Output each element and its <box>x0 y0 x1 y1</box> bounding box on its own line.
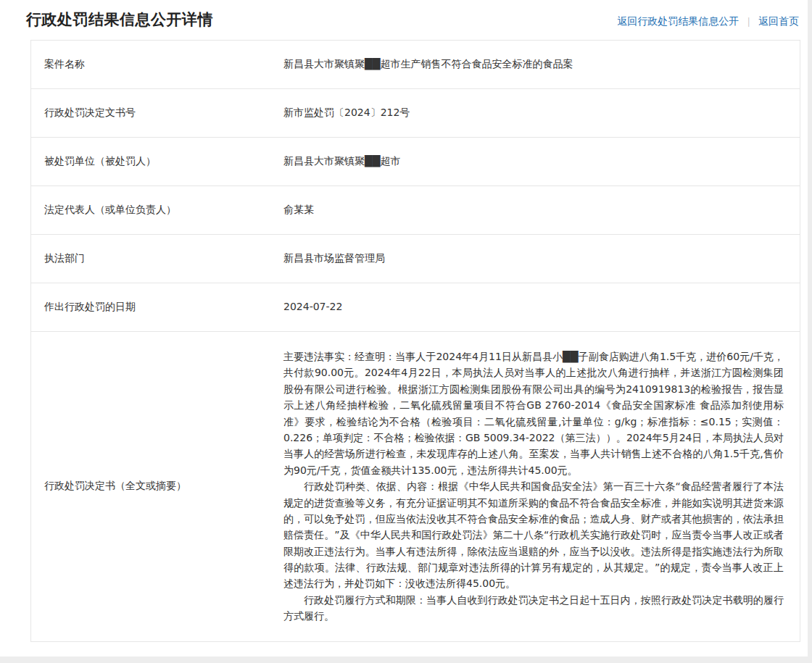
row-value: 新市监处罚〔2024〕212号 <box>283 89 800 137</box>
link-separator: ｜ <box>744 16 753 27</box>
table-row-enforcement-department: 执法部门 新昌县市场监督管理局 <box>31 235 800 283</box>
row-value: 新昌县大市聚镇聚██超市生产销售不符合食品安全标准的食品案 <box>283 41 800 88</box>
table-row-document-number: 行政处罚决定文书号 新市监处罚〔2024〕212号 <box>31 89 800 138</box>
table-row-penalty-date: 作出行政处罚的日期 2024-07-22 <box>31 283 800 332</box>
row-value: 主要违法事实：经查明：当事人于2024年4月11日从新昌县小██子副食店购进八角… <box>283 332 800 641</box>
decision-paragraph-facts: 主要违法事实：经查明：当事人于2024年4月11日从新昌县小██子副食店购进八角… <box>283 349 784 478</box>
page: 行政处罚结果信息公开详情 返回行政处罚结果信息公开｜返回首页 案件名称 新昌县大… <box>0 0 812 663</box>
decision-paragraph-deadline: 行政处罚履行方式和期限：当事人自收到行政处罚决定书之日起十五日内，按照行政处罚决… <box>283 592 784 625</box>
row-label: 法定代表人（或单位负责人） <box>31 186 283 234</box>
row-value: 新昌县大市聚镇聚██超市 <box>283 138 800 185</box>
content-panel: 行政处罚结果信息公开详情 返回行政处罚结果信息公开｜返回首页 案件名称 新昌县大… <box>0 0 808 656</box>
table-row-punished-entity: 被处罚单位（被处罚人） 新昌县大市聚镇聚██超市 <box>31 138 800 186</box>
page-title: 行政处罚结果信息公开详情 <box>26 9 213 30</box>
back-to-home-link[interactable]: 返回首页 <box>758 15 799 27</box>
row-value: 俞某某 <box>283 186 800 234</box>
row-value: 2024-07-22 <box>283 283 800 331</box>
table-row-penalty-decision-text: 行政处罚决定书（全文或摘要） 主要违法事实：经查明：当事人于2024年4月11日… <box>31 332 800 641</box>
header-links: 返回行政处罚结果信息公开｜返回首页 <box>617 15 800 30</box>
row-value: 新昌县市场监督管理局 <box>283 235 800 283</box>
row-label: 案件名称 <box>31 41 283 88</box>
decision-paragraph-basis: 行政处罚种类、依据、内容：根据《中华人民共和国食品安全法》第一百三十六条“食品经… <box>283 478 784 592</box>
row-label: 作出行政处罚的日期 <box>31 283 283 331</box>
page-header: 行政处罚结果信息公开详情 返回行政处罚结果信息公开｜返回首页 <box>0 0 808 38</box>
row-label: 执法部门 <box>31 235 283 283</box>
row-label: 行政处罚决定书（全文或摘要） <box>31 332 283 641</box>
penalty-detail-table: 案件名称 新昌县大市聚镇聚██超市生产销售不符合食品安全标准的食品案 行政处罚决… <box>30 40 800 642</box>
table-row-legal-representative: 法定代表人（或单位负责人） 俞某某 <box>31 186 800 235</box>
row-label: 行政处罚决定文书号 <box>31 89 283 137</box>
back-to-list-link[interactable]: 返回行政处罚结果信息公开 <box>617 15 739 27</box>
table-row-case-name: 案件名称 新昌县大市聚镇聚██超市生产销售不符合食品安全标准的食品案 <box>31 41 800 89</box>
row-label: 被处罚单位（被处罚人） <box>31 138 283 185</box>
